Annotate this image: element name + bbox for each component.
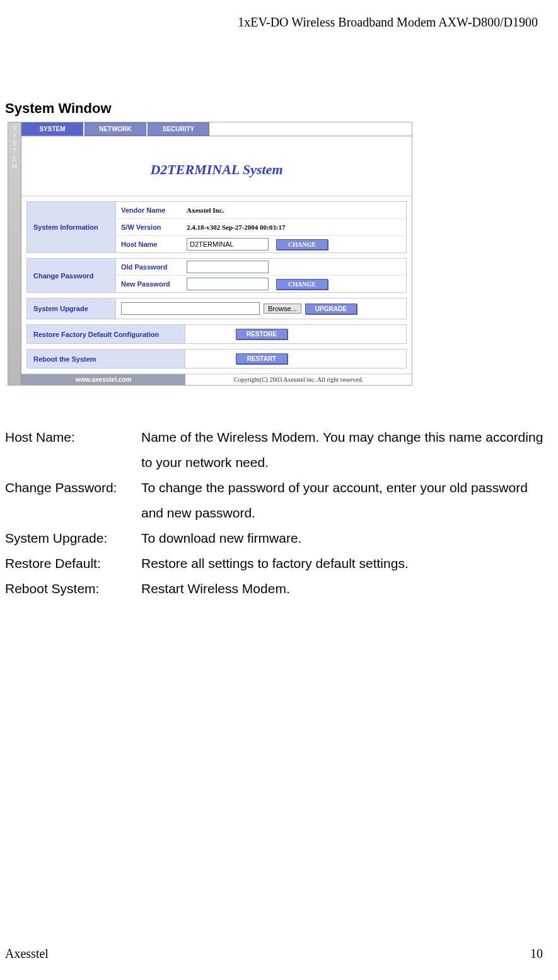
desc-text: Restore all settings to factory default … [141,551,553,576]
panel-system-upgrade: System Upgrade Browse... UPGRADE [26,298,407,319]
desc-label: Host Name: [5,425,141,475]
new-password-label: New Password [116,280,184,288]
desc-label: Reboot System: [5,576,141,601]
old-password-input[interactable] [187,261,269,273]
panel-label: Reboot the System [27,350,185,368]
desc-text: Restart Wireless Modem. [141,576,553,601]
host-name-label: Host Name [116,240,184,248]
desc-label: Change Password: [5,475,141,526]
page-header: 1xEV-DO Wireless Broadband Modem AXW-D80… [0,0,558,30]
new-password-input[interactable] [187,278,269,290]
desc-host-name: Host Name: Name of the Wireless Modem. Y… [5,425,553,475]
panel-label: System Upgrade [27,298,116,319]
tab-security[interactable]: SECURITY [148,122,209,136]
restart-button[interactable]: RESTART [236,353,288,364]
sw-version-label: S/W Version [116,223,184,231]
panel-restore-default: Restore Factory Default Configuration RE… [26,324,407,344]
change-hostname-button[interactable]: CHANGE [276,239,328,250]
description-list: Host Name: Name of the Wireless Modem. Y… [5,425,553,601]
vertical-tab-system[interactable]: SYSTEM [8,122,21,385]
panel-change-password: Change Password Old Password New Passwor… [26,258,407,293]
footer-copyright: Copyright(C) 2003 Axesstel inc. All righ… [185,374,412,385]
change-password-button[interactable]: CHANGE [276,279,328,290]
browse-button[interactable]: Browse... [264,304,301,314]
desc-system-upgrade: System Upgrade: To download new firmware… [5,526,553,551]
desc-text: To download new firmware. [141,526,553,551]
old-password-label: Old Password [116,263,184,271]
desc-reboot-system: Reboot System: Restart Wireless Modem. [5,576,553,601]
vertical-tab-label: SYSTEM [12,125,17,170]
screenshot-footer: www.axesstel.com Copyright(C) 2003 Axess… [21,374,412,385]
restore-button[interactable]: RESTORE [236,329,288,339]
panel-label: System Information [27,202,116,252]
panel-label: Change Password [27,259,116,292]
host-name-input[interactable] [187,238,269,251]
page-footer-brand: Axesstel [5,947,49,961]
tab-network[interactable]: NETWORK [84,122,146,136]
section-title: System Window [5,100,558,117]
desc-change-password: Change Password: To change the password … [5,475,553,526]
tab-bar: SYSTEM NETWORK SECURITY [21,122,412,136]
footer-url: www.axesstel.com [21,374,185,385]
upgrade-file-input[interactable] [121,302,260,315]
desc-text: Name of the Wireless Modem. You may chan… [141,425,553,475]
page-number: 10 [530,947,543,961]
vendor-name-label: Vendor Name [116,206,184,214]
desc-label: System Upgrade: [5,526,141,551]
panel-system-information: System Information Vendor Name Axesstel … [26,201,407,253]
desc-text: To change the password of your account, … [141,475,553,526]
panel-reboot-system: Reboot the System RESTART [26,349,407,369]
system-window-screenshot: SYSTEM SYSTEM NETWORK SECURITY D2TERMINA… [8,122,412,386]
desc-label: Restore Default: [5,551,141,576]
tab-system[interactable]: SYSTEM [21,122,83,136]
desc-restore-default: Restore Default: Restore all settings to… [5,551,553,576]
banner-title: D2TERMINAL System [21,136,412,196]
panel-label: Restore Factory Default Configuration [27,325,185,343]
upgrade-button[interactable]: UPGRADE [305,304,357,314]
vendor-name-value: Axesstel Inc. [184,206,406,214]
sw-version-value: 2.4.18-v302 Sep-27-2004 00:03:17 [184,223,406,231]
